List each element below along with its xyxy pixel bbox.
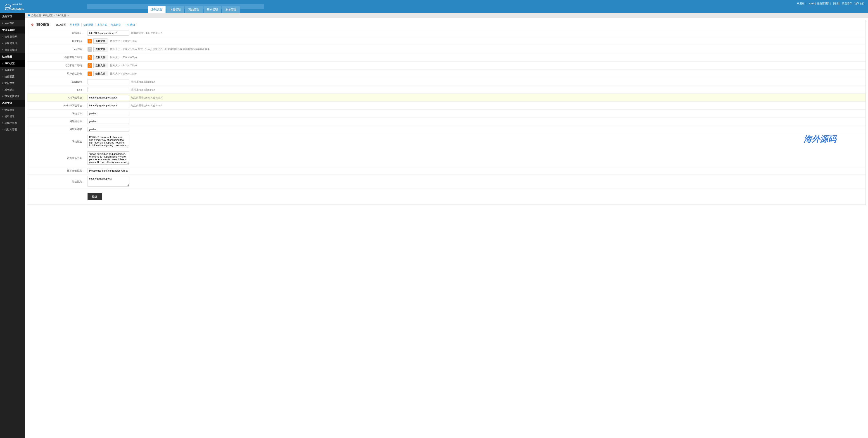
nav-tab[interactable]: 刷单管理 — [222, 6, 240, 13]
nav-tab[interactable]: 用户管理 — [204, 6, 221, 13]
nav-tab[interactable]: 内容管理 — [166, 6, 184, 13]
svg-text:云购夺宝系统: 云购夺宝系统 — [11, 3, 22, 5]
nav-tab[interactable]: 系统设置 — [148, 6, 165, 13]
logo: 云购夺宝系统 YunGouCMS — [3, 2, 25, 11]
visit-home-link[interactable]: 访问首页 — [855, 2, 864, 5]
top-right-links: 欢迎您： admin[ 超级管理员 ] [退出] 清空缓存 访问首页 — [797, 2, 865, 5]
nav-tab[interactable]: 商品管理 — [185, 6, 203, 13]
cloud-icon: 云购夺宝系统 YunGouCMS — [3, 2, 25, 11]
header: 云购夺宝系统 YunGouCMS 欢迎您： admin[ 超级管理员 ] [退出… — [0, 0, 868, 13]
nav-tabs: 系统设置内容管理商品管理用户管理刷单管理 — [148, 6, 240, 13]
clear-cache-link[interactable]: 清空缓存 — [842, 2, 852, 5]
logout-link[interactable]: [退出] — [833, 2, 839, 5]
admin-role-link[interactable]: admin[ 超级管理员 ] — [809, 2, 831, 5]
welcome-text: 欢迎您： — [797, 2, 807, 5]
svg-text:YunGouCMS: YunGouCMS — [4, 7, 24, 11]
